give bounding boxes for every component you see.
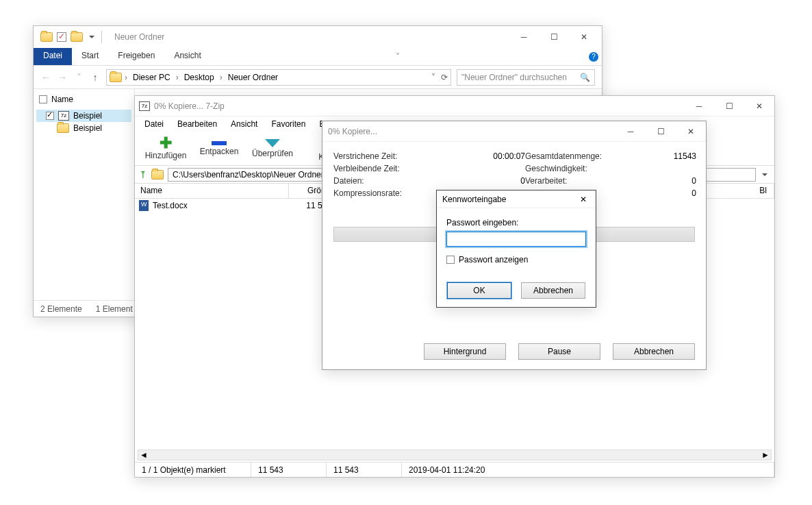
item-label: Beispiel bbox=[73, 111, 102, 121]
crumb-folder[interactable]: Neuer Ordner bbox=[225, 73, 281, 82]
value-files: 0 bbox=[422, 176, 525, 186]
divider bbox=[101, 31, 102, 43]
status-selected: 1 Element bbox=[96, 304, 133, 314]
close-button[interactable]: ✕ bbox=[569, 27, 599, 47]
value-speed bbox=[621, 164, 696, 173]
horizontal-scrollbar[interactable]: ◄ ► bbox=[138, 449, 772, 460]
close-button[interactable]: ✕ bbox=[576, 195, 590, 204]
crumb-desktop[interactable]: Desktop bbox=[181, 73, 217, 82]
background-button[interactable]: Hintergrund bbox=[424, 343, 506, 360]
progress-titlebar[interactable]: 0% Kopiere... ─ ☐ ✕ bbox=[322, 121, 706, 142]
folder-icon bbox=[110, 73, 122, 82]
show-password-checkbox[interactable] bbox=[446, 256, 455, 264]
minimize-button[interactable]: ─ bbox=[684, 97, 714, 116]
tab-share[interactable]: Freigeben bbox=[108, 48, 164, 65]
password-titlebar[interactable]: Kennworteingabe ✕ bbox=[437, 190, 596, 208]
breadcrumb[interactable]: › Dieser PC › Desktop › Neuer Ordner ˅ ⟳ bbox=[106, 69, 451, 86]
tab-view[interactable]: Ansicht bbox=[164, 48, 210, 65]
value-remaining bbox=[422, 164, 525, 173]
item-checkbox[interactable] bbox=[46, 112, 54, 120]
menu-edit[interactable]: Bearbeiten bbox=[172, 118, 223, 130]
nav-forward-button[interactable]: → bbox=[57, 72, 68, 83]
sevenzip-statusbar: 1 / 1 Objekt(e) markiert 11 543 11 543 2… bbox=[135, 462, 774, 477]
chevron-right-icon: › bbox=[176, 73, 179, 82]
status-selection: 1 / 1 Objekt(e) markiert bbox=[135, 463, 251, 477]
nav-toolbar: ← → ˅ ↑ › Dieser PC › Desktop › Neuer Or… bbox=[34, 66, 602, 89]
value-ratio: 0 bbox=[621, 188, 696, 198]
chevron-right-icon: › bbox=[220, 73, 223, 82]
nav-up-button[interactable]: ↑ bbox=[90, 72, 101, 83]
tool-verify[interactable]: Überprüfen bbox=[246, 139, 299, 158]
menu-favorites[interactable]: Favoriten bbox=[266, 118, 311, 130]
value-total: 11543 bbox=[621, 151, 696, 161]
sevenzip-titlebar[interactable]: 7z 0% Kopiere... 7-Zip ─ ☐ ✕ bbox=[135, 96, 774, 116]
close-button[interactable]: ✕ bbox=[744, 97, 774, 116]
new-folder-icon[interactable] bbox=[71, 32, 83, 42]
path-dropdown-icon[interactable]: ˅ bbox=[431, 73, 435, 82]
tab-start[interactable]: Start bbox=[72, 48, 108, 65]
menu-view[interactable]: Ansicht bbox=[225, 118, 263, 130]
column-header-name[interactable]: Name bbox=[36, 93, 131, 106]
password-dialog: Kennworteingabe ✕ Passwort eingeben: Pas… bbox=[436, 190, 596, 308]
sevenzip-app-icon: 7z bbox=[139, 101, 150, 111]
minimize-button[interactable]: ─ bbox=[509, 27, 539, 47]
show-password-label: Passwort anzeigen bbox=[459, 255, 528, 264]
scroll-left-icon[interactable]: ◄ bbox=[140, 450, 148, 460]
cancel-button[interactable]: Abbrechen bbox=[613, 343, 695, 360]
cancel-button[interactable]: Abbrechen bbox=[521, 282, 585, 299]
docx-icon bbox=[139, 200, 149, 211]
maximize-button[interactable]: ☐ bbox=[646, 122, 676, 141]
refresh-icon[interactable]: ⟳ bbox=[441, 73, 448, 82]
minimize-button[interactable]: ─ bbox=[616, 122, 646, 141]
label-remaining: Verbleibende Zeit: bbox=[333, 164, 422, 173]
qat-dropdown-icon[interactable] bbox=[89, 36, 94, 38]
pause-button[interactable]: Pause bbox=[518, 343, 600, 360]
crumb-pc[interactable]: Dieser PC bbox=[130, 73, 173, 82]
window-title: Neuer Ordner bbox=[114, 32, 164, 42]
label-elapsed: Verstrichene Zeit: bbox=[333, 151, 422, 161]
path-dropdown-icon[interactable] bbox=[762, 173, 767, 176]
label-processed: Verarbeitet: bbox=[525, 176, 621, 186]
status-date: 2019-04-01 11:24:20 bbox=[402, 463, 774, 477]
folder-icon bbox=[151, 170, 164, 180]
plus-icon: ✚ bbox=[160, 137, 172, 149]
up-icon[interactable]: ⤒ bbox=[139, 169, 147, 180]
tree-item-folder[interactable]: Beispiel bbox=[36, 122, 131, 134]
nav-recent-dropdown[interactable]: ˅ bbox=[73, 72, 84, 83]
check-icon bbox=[265, 139, 280, 147]
tool-extract[interactable]: Entpacken bbox=[192, 141, 246, 156]
window-title: 0% Kopiere... bbox=[328, 127, 377, 136]
explorer-sidebar: Name 7z Beispiel Beispiel bbox=[34, 89, 135, 300]
select-all-checkbox[interactable] bbox=[39, 95, 47, 103]
password-input[interactable] bbox=[446, 232, 586, 247]
ok-button[interactable]: OK bbox=[447, 282, 511, 299]
scroll-right-icon[interactable]: ► bbox=[761, 450, 770, 460]
close-button[interactable]: ✕ bbox=[676, 122, 706, 141]
maximize-button[interactable]: ☐ bbox=[714, 97, 744, 116]
tree-item-archive[interactable]: 7z Beispiel bbox=[36, 110, 131, 122]
maximize-button[interactable]: ☐ bbox=[539, 27, 569, 47]
sevenzip-archive-icon: 7z bbox=[58, 111, 69, 121]
label-total: Gesamtdatenmenge: bbox=[525, 151, 621, 161]
menu-file[interactable]: Datei bbox=[139, 118, 169, 130]
search-icon[interactable]: 🔍 bbox=[580, 73, 590, 82]
help-button[interactable]: ? bbox=[585, 48, 602, 65]
folder-icon bbox=[40, 32, 53, 42]
value-processed: 0 bbox=[621, 176, 696, 186]
password-label: Passwort eingeben: bbox=[446, 218, 586, 227]
col-name[interactable]: Name bbox=[135, 184, 289, 198]
status-size1: 11 543 bbox=[251, 463, 327, 477]
ribbon-expand-icon[interactable]: ˅ bbox=[390, 48, 406, 65]
tool-add[interactable]: ✚Hinzufügen bbox=[139, 137, 192, 160]
item-label: Beispiel bbox=[73, 123, 102, 133]
label-ratio: Kompressionsrate: bbox=[333, 188, 422, 198]
nav-back-button[interactable]: ← bbox=[40, 72, 51, 83]
properties-icon[interactable] bbox=[57, 32, 66, 42]
label-speed: Geschwindigkeit: bbox=[525, 164, 621, 173]
file-name: Test.docx bbox=[153, 201, 188, 210]
explorer-titlebar[interactable]: Neuer Ordner ─ ☐ ✕ bbox=[34, 26, 602, 48]
search-box[interactable]: "Neuer Ordner" durchsuchen 🔍 bbox=[457, 69, 595, 86]
chevron-right-icon[interactable]: › bbox=[125, 73, 127, 82]
window-title: Kennworteingabe bbox=[442, 195, 506, 204]
tab-file[interactable]: Datei bbox=[34, 48, 72, 65]
